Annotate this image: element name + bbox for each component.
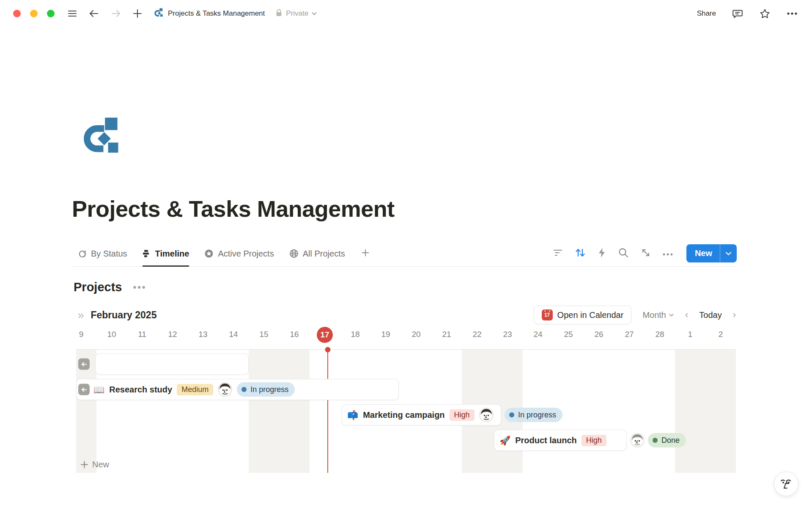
status-label: In progress <box>518 411 556 420</box>
open-in-calendar-button[interactable]: 17 Open in Calendar <box>534 306 632 324</box>
timeline-new-item-button[interactable]: New <box>80 460 109 469</box>
view-tabs: By Status Timeline Active Projects All P… <box>72 248 370 266</box>
status-dot <box>241 387 247 392</box>
timeline-row: 📫Marketing campaignHigh In progress <box>76 402 736 428</box>
add-view-icon[interactable] <box>361 248 370 266</box>
tab-timeline[interactable]: Timeline <box>143 249 189 267</box>
prev-month-icon[interactable]: ‹ <box>685 309 688 320</box>
item-title: Marketing campaign <box>363 410 444 420</box>
tab-all-projects[interactable]: All Projects <box>289 249 345 266</box>
date-cell: 21 <box>438 330 455 339</box>
tab-label: All Projects <box>303 249 345 259</box>
tab-active-projects[interactable]: Active Projects <box>204 249 274 266</box>
page-icon-logo[interactable] <box>77 117 125 156</box>
timeline-bar-untitled[interactable] <box>95 353 249 375</box>
timeline-row: 📖Research studyMedium In progress <box>76 377 736 402</box>
scroll-to-bar-left-chip[interactable] <box>78 384 90 395</box>
ai-assistant-button[interactable] <box>774 472 798 496</box>
assignee-avatar <box>479 408 494 422</box>
status-dot <box>653 438 658 443</box>
status-label: In progress <box>250 385 288 394</box>
view-more-icon[interactable] <box>663 250 673 257</box>
new-page-icon[interactable] <box>132 8 143 19</box>
new-item-label: New <box>92 460 109 469</box>
timeline-body: 📖Research studyMedium In progress📫Market… <box>76 349 736 473</box>
status-label: Done <box>661 436 680 445</box>
tab-by-status[interactable]: By Status <box>78 249 127 266</box>
new-button-dropdown[interactable] <box>720 244 737 262</box>
section-options-icon[interactable]: ••• <box>133 282 146 293</box>
lock-icon <box>275 8 283 19</box>
expand-icon[interactable] <box>641 248 651 260</box>
date-cell: 13 <box>195 330 211 339</box>
view-tabs-bar: By Status Timeline Active Projects All P… <box>72 240 737 267</box>
status-dot <box>509 412 514 417</box>
more-options-icon[interactable] <box>787 12 798 15</box>
date-cell: 24 <box>529 330 546 339</box>
today-button[interactable]: Today <box>699 310 721 320</box>
timeline-bar[interactable]: 📫Marketing campaignHigh <box>342 404 501 425</box>
favorite-star-icon[interactable] <box>759 8 771 19</box>
chevron-down-icon <box>311 11 317 16</box>
view-actions: New <box>553 244 737 266</box>
collapse-sidebar-chevrons-icon[interactable]: » <box>78 309 84 320</box>
privacy-control[interactable]: Private <box>275 8 317 19</box>
date-cell: 22 <box>469 330 486 339</box>
timeline-bar[interactable]: 📖Research studyMedium In progress <box>76 379 399 400</box>
zoom-window-button[interactable] <box>47 10 55 17</box>
ai-face-icon <box>778 475 795 492</box>
next-month-icon[interactable]: › <box>733 309 736 320</box>
priority-tag: High <box>450 409 475 421</box>
comments-icon[interactable] <box>732 8 743 19</box>
back-icon[interactable] <box>88 8 99 19</box>
timeline-row <box>76 351 736 377</box>
status-pill: Done <box>648 433 686 447</box>
new-button-label[interactable]: New <box>686 244 720 262</box>
date-cell: 18 <box>347 330 364 339</box>
sidebar-menu-icon[interactable] <box>67 8 77 19</box>
page-title[interactable]: Projects & Tasks Management <box>72 196 737 222</box>
window-topbar: Projects & Tasks Management Private Shar… <box>0 0 812 27</box>
date-cell: 20 <box>408 330 425 339</box>
new-button[interactable]: New <box>686 244 737 262</box>
item-title: Research study <box>109 385 172 395</box>
open-in-calendar-label: Open in Calendar <box>557 310 624 320</box>
minimize-window-button[interactable] <box>30 10 38 17</box>
filter-icon[interactable] <box>553 249 563 258</box>
date-cell-today: 17 <box>317 327 333 343</box>
status-pill: In progress <box>237 382 295 397</box>
timeline-bar[interactable]: 🚀Product launchHigh <box>494 430 627 451</box>
status-icon <box>78 249 87 258</box>
breadcrumb-page-title[interactable]: Projects & Tasks Management <box>168 9 265 18</box>
app-window: Projects & Tasks Management Private Shar… <box>0 0 812 508</box>
item-emoji-icon: 📫 <box>347 411 358 420</box>
automation-lightning-icon[interactable] <box>598 247 606 260</box>
scroll-to-bar-left-chip[interactable] <box>78 359 90 370</box>
timeline-date-header: 9101112131415161718192021222324252627281… <box>76 326 736 349</box>
tab-label: Active Projects <box>218 249 274 259</box>
timeline-row: 🚀Product launchHigh Done <box>76 428 736 453</box>
date-cell: 10 <box>103 330 120 339</box>
date-cell: 26 <box>590 330 607 339</box>
date-cell: 23 <box>499 330 516 339</box>
share-button[interactable]: Share <box>697 9 716 18</box>
close-window-button[interactable] <box>13 10 21 17</box>
assignee-avatar <box>630 433 645 447</box>
date-cell: 1 <box>682 330 699 339</box>
date-cell: 15 <box>255 330 272 339</box>
today-line-dot <box>325 347 331 353</box>
timeline-view: » February 2025 17 Open in Calendar Mont… <box>76 304 736 473</box>
date-cell: 25 <box>560 330 577 339</box>
item-title: Product launch <box>515 436 577 445</box>
date-cell: 16 <box>286 330 303 339</box>
assignee-avatar <box>218 382 232 397</box>
star-circle-icon <box>204 249 214 258</box>
forward-icon[interactable] <box>110 8 121 19</box>
search-icon[interactable] <box>618 247 629 260</box>
scale-label: Month <box>642 310 666 320</box>
sort-icon[interactable] <box>575 248 586 260</box>
timeline-scale-select[interactable]: Month <box>642 310 674 320</box>
page-content: Projects & Tasks Management By Status Ti… <box>0 117 812 473</box>
date-cell: 11 <box>134 330 151 339</box>
date-cell: 27 <box>621 330 638 339</box>
